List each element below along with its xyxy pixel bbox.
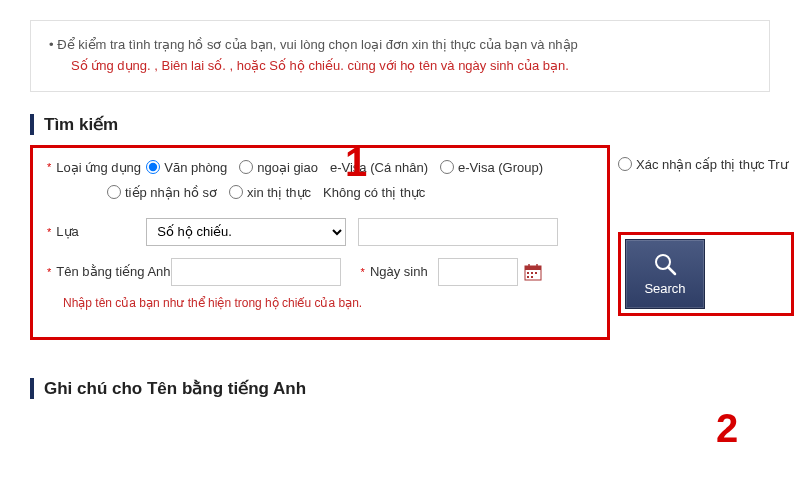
name-hint: Nhập tên của bạn như thể hiện trong hộ c… — [63, 296, 593, 310]
info-box: • Để kiểm tra tình trạng hồ sơ của bạn, … — [30, 20, 770, 92]
required-mark: * — [47, 266, 51, 278]
radio-khong-co: Không có thị thực — [323, 185, 425, 200]
radio-label: Xác nhận cấp thị thực Trư — [636, 157, 788, 172]
radio-label: tiếp nhận hồ sơ — [125, 185, 217, 200]
section-title-note: Ghi chú cho Tên bằng tiếng Anh — [30, 378, 770, 399]
svg-rect-4 — [527, 272, 529, 274]
search-button-label: Search — [644, 281, 685, 296]
annotation-2: 2 — [716, 406, 738, 451]
svg-rect-6 — [535, 272, 537, 274]
radio-tiep-nhan[interactable]: tiếp nhận hồ sơ — [107, 185, 217, 200]
info-line2: Số ứng dụng. , Biên lai số. , hoặc Số hộ… — [49, 56, 751, 77]
select-label: Lựa — [56, 224, 146, 239]
svg-rect-7 — [527, 276, 529, 278]
required-mark: * — [47, 226, 51, 238]
radio-label: xin thị thực — [247, 185, 311, 200]
svg-rect-1 — [525, 266, 541, 270]
svg-rect-8 — [531, 276, 533, 278]
radio-label: Văn phòng — [164, 160, 227, 175]
outside-column: Xác nhận cấp thị thực Trư Search — [618, 145, 794, 316]
search-button[interactable]: Search — [625, 239, 705, 309]
required-mark: * — [47, 161, 51, 173]
radio-input[interactable] — [239, 160, 253, 174]
radio-input[interactable] — [618, 157, 632, 171]
section-title-search: Tìm kiếm — [30, 114, 770, 135]
radio-label: Không có thị thực — [323, 185, 425, 200]
info-line1: • Để kiểm tra tình trạng hồ sơ của bạn, … — [49, 35, 751, 56]
search-icon — [652, 251, 678, 277]
app-type-label: Loại ứng dụng — [56, 160, 146, 175]
search-form-box: * Loại ứng dụng Văn phòng ngoại giao e-V… — [30, 145, 610, 340]
radio-label: ngoại giao — [257, 160, 318, 175]
dob-input[interactable] — [438, 258, 518, 286]
required-mark: * — [361, 266, 365, 278]
radio-input[interactable] — [440, 160, 454, 174]
calendar-icon[interactable] — [524, 263, 542, 281]
select-value-input[interactable] — [358, 218, 558, 246]
radio-xac-nhan[interactable]: Xác nhận cấp thị thực Trư — [618, 157, 788, 172]
radio-xin-thi-thuc[interactable]: xin thị thực — [229, 185, 311, 200]
radio-van-phong[interactable]: Văn phòng — [146, 160, 227, 175]
radio-label: e-Visa (Group) — [458, 160, 543, 175]
radio-group-row2: tiếp nhận hồ sơ xin thị thực Không có th… — [107, 185, 593, 200]
search-button-outline: Search — [618, 232, 794, 316]
radio-input[interactable] — [229, 185, 243, 199]
svg-line-10 — [668, 267, 675, 274]
radio-input[interactable] — [146, 160, 160, 174]
english-name-input[interactable] — [171, 258, 341, 286]
svg-rect-5 — [531, 272, 533, 274]
radio-evisa-group[interactable]: e-Visa (Group) — [440, 160, 543, 175]
radio-ngoai-giao[interactable]: ngoại giao — [239, 160, 318, 175]
dob-label: Ngày sinh — [370, 264, 428, 279]
radio-input[interactable] — [107, 185, 121, 199]
select-passport[interactable]: Số hộ chiếu. — [146, 218, 346, 246]
annotation-1: 1 — [345, 140, 367, 185]
name-label: Tên bằng tiếng Anh — [56, 264, 170, 279]
